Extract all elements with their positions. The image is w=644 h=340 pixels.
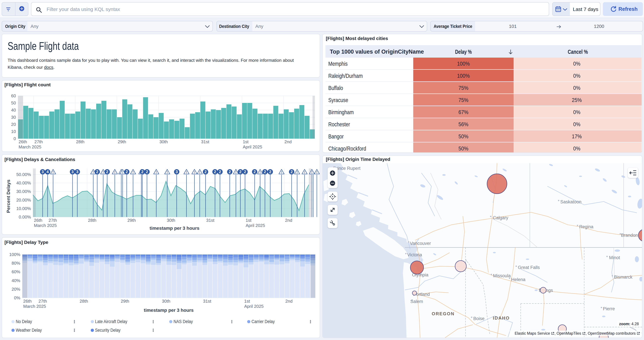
svg-text:Boise: Boise: [473, 316, 484, 321]
svg-text:100%: 100%: [9, 252, 20, 257]
svg-text:!: !: [281, 170, 282, 174]
svg-text:!: !: [122, 170, 123, 174]
svg-text:28th: 28th: [76, 139, 84, 144]
svg-text:2: 2: [254, 170, 256, 174]
svg-text:1st: 1st: [243, 139, 248, 144]
svg-text:29th: 29th: [118, 139, 126, 144]
svg-text:2: 2: [290, 170, 293, 174]
svg-text:2: 2: [228, 170, 231, 174]
svg-text:3: 3: [71, 170, 74, 174]
svg-text:!: !: [52, 170, 54, 174]
svg-text:2nd: 2nd: [285, 218, 292, 223]
svg-text:!: !: [296, 170, 298, 174]
svg-text:20%: 20%: [12, 287, 20, 292]
svg-text:Regina: Regina: [579, 224, 593, 229]
svg-text:3: 3: [176, 170, 178, 174]
svg-text:50.00%: 50.00%: [16, 172, 31, 177]
svg-text:!: !: [103, 170, 104, 174]
svg-text:29th: 29th: [121, 299, 129, 304]
svg-text:30.00%: 30.00%: [16, 189, 31, 194]
svg-text:Great Falls: Great Falls: [518, 265, 540, 270]
svg-text:!: !: [156, 170, 157, 174]
svg-text:0: 0: [14, 136, 16, 141]
svg-text:!: !: [114, 170, 115, 174]
svg-text:10: 10: [11, 129, 16, 134]
svg-text:31st: 31st: [201, 139, 209, 144]
svg-text:2: 2: [96, 170, 98, 174]
svg-text:April 2025: April 2025: [243, 144, 262, 149]
svg-text:28th: 28th: [80, 299, 88, 304]
svg-text:50: 50: [11, 100, 16, 105]
svg-text:10.00%: 10.00%: [16, 206, 31, 211]
svg-text:80%: 80%: [12, 261, 20, 266]
svg-text:2: 2: [244, 170, 246, 174]
svg-text:2: 2: [146, 170, 148, 174]
svg-text:Calgary: Calgary: [493, 215, 508, 220]
svg-text:!: !: [260, 170, 260, 174]
svg-text:2: 2: [264, 170, 266, 174]
svg-text:60%: 60%: [12, 269, 20, 274]
svg-text:Missoula: Missoula: [493, 273, 510, 278]
svg-text:0.00%: 0.00%: [19, 214, 31, 219]
svg-text:Helena: Helena: [511, 277, 526, 282]
svg-text:2: 2: [239, 170, 242, 174]
svg-text:2: 2: [141, 170, 143, 174]
svg-text:27th: 27th: [38, 299, 47, 304]
svg-text:!: !: [199, 170, 200, 174]
svg-text:2: 2: [126, 170, 128, 174]
svg-text:Vancouver: Vancouver: [410, 241, 431, 246]
svg-text:30th: 30th: [162, 299, 170, 304]
svg-text:March 2025: March 2025: [23, 304, 46, 309]
svg-text:20.00%: 20.00%: [16, 198, 31, 203]
svg-text:31st: 31st: [203, 299, 211, 304]
svg-text:1st: 1st: [246, 218, 252, 223]
svg-text:Salem: Salem: [410, 299, 423, 304]
svg-text:30th: 30th: [160, 139, 168, 144]
svg-text:26th: 26th: [34, 218, 42, 223]
svg-text:2nd: 2nd: [285, 299, 292, 304]
svg-text:Victoria: Victoria: [407, 252, 422, 257]
svg-text:26th: 26th: [23, 299, 32, 304]
svg-text:40: 40: [11, 108, 16, 113]
svg-text:!: !: [304, 170, 305, 174]
svg-text:2nd: 2nd: [284, 139, 292, 144]
svg-text:!: !: [194, 170, 195, 174]
svg-text:0%: 0%: [14, 295, 20, 300]
svg-text:28th: 28th: [88, 218, 96, 223]
svg-text:3: 3: [76, 170, 78, 174]
svg-text:31st: 31st: [206, 218, 214, 223]
svg-text:4: 4: [46, 170, 49, 174]
svg-text:1st: 1st: [244, 299, 250, 304]
svg-text:March 2025: March 2025: [18, 144, 41, 149]
svg-text:IDAHO: IDAHO: [493, 315, 510, 320]
svg-text:2: 2: [214, 170, 216, 174]
svg-text:Saskatoon: Saskatoon: [560, 199, 582, 204]
svg-text:26th: 26th: [18, 139, 27, 144]
svg-text:60: 60: [11, 93, 16, 98]
svg-text:!: !: [316, 170, 317, 174]
svg-text:40.00%: 40.00%: [16, 180, 31, 185]
svg-text:!: !: [312, 170, 312, 174]
svg-text:March 2025: March 2025: [34, 223, 57, 228]
svg-text:2: 2: [204, 170, 206, 174]
svg-text:!: !: [93, 170, 94, 174]
svg-text:Pierre: Pierre: [603, 306, 615, 311]
svg-text:Brandon: Brandon: [621, 233, 638, 238]
svg-text:!: !: [236, 170, 236, 174]
svg-text:!: !: [132, 170, 134, 174]
svg-text:3: 3: [42, 170, 44, 174]
svg-text:April 2025: April 2025: [246, 223, 265, 228]
svg-text:20: 20: [11, 122, 16, 127]
svg-text:30: 30: [11, 115, 16, 120]
svg-text:2: 2: [106, 170, 108, 174]
svg-text:April 2025: April 2025: [244, 304, 264, 309]
svg-text:29th: 29th: [128, 218, 136, 223]
svg-text:2: 2: [219, 170, 221, 174]
svg-text:2: 2: [269, 170, 271, 174]
svg-text:timestamp per 3 hours: timestamp per 3 hours: [150, 226, 200, 231]
svg-text:OREGON: OREGON: [432, 311, 454, 316]
svg-text:Minot: Minot: [609, 255, 620, 260]
svg-text:!: !: [167, 170, 168, 174]
svg-text:Bismarck: Bismarck: [614, 275, 632, 279]
svg-text:!: !: [186, 170, 187, 174]
